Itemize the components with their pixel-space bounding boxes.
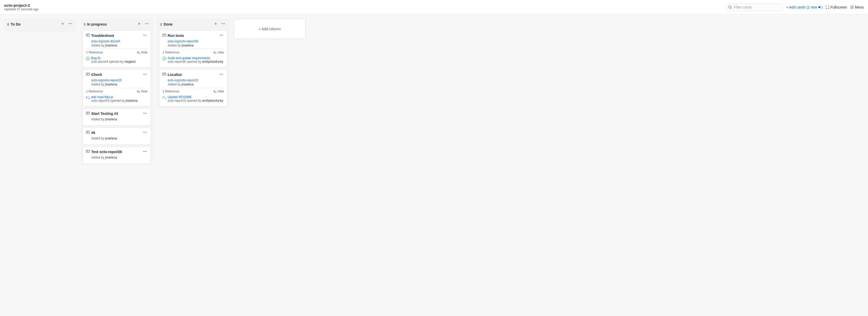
ref-item-title[interactable]: Bug fix [91, 56, 148, 60]
card-added-user: jmarlena [105, 44, 117, 47]
card-link[interactable]: octo-org/octo-repo#36 [168, 39, 224, 43]
add-cards-button[interactable]: + Add cards (1 new) [786, 5, 823, 9]
more-icon[interactable] [143, 111, 147, 116]
hide-button[interactable]: Hide [214, 90, 224, 93]
add-card-icon[interactable] [61, 22, 65, 26]
header-right: + Add cards (1 new) Fullscreen Menu [726, 4, 864, 11]
more-icon[interactable] [221, 22, 225, 26]
ref-item-title[interactable]: Update README [168, 95, 224, 99]
ref-item-icon [86, 96, 90, 100]
card-title: Check [91, 72, 142, 77]
card-title: Test octo-repo#26 [91, 150, 142, 155]
ref-item: Bug fix octo-docs#4 opened by megbird [86, 55, 148, 65]
more-icon[interactable] [143, 33, 147, 37]
filter-input[interactable] [726, 4, 783, 11]
fullscreen-button[interactable]: Fullscreen [826, 5, 847, 9]
menu-label: Menu [855, 5, 864, 9]
updated-text: Updated 37 seconds ago [4, 7, 38, 11]
menu-icon [850, 5, 854, 9]
card-more-button[interactable] [142, 130, 148, 135]
hide-button[interactable]: Hide [137, 51, 148, 54]
card-added: Added by jmarlena [168, 83, 224, 86]
reference-count: 1 Reference [86, 51, 103, 54]
card-added: Added by jmarlena [91, 136, 148, 140]
column-in-progress: 5 In progress Troubleshoot octo-org/octo… [81, 19, 153, 166]
card-title-row: Start Testing #3 [86, 111, 142, 117]
column-more-button[interactable] [220, 21, 226, 27]
add-card-icon[interactable] [137, 22, 141, 26]
card-header: Localize [162, 72, 224, 77]
hide-icon [137, 90, 140, 93]
open-issue-icon [86, 57, 90, 60]
add-card-icon[interactable] [214, 22, 218, 26]
more-icon[interactable] [143, 130, 147, 134]
card-added-user: jmarlena [105, 136, 117, 140]
card-header: Test octo-repo#26 [86, 150, 148, 155]
card-c3: Start Testing #3 Added by jmarlena [83, 108, 151, 125]
more-icon[interactable] [143, 150, 147, 154]
card-more-button[interactable] [142, 150, 148, 155]
card-added: Added by jmarlena [91, 83, 148, 86]
card-link[interactable]: octo-org/octo-repo#25 [91, 78, 148, 82]
add-card-button[interactable] [213, 22, 219, 27]
header-left: octo-project-2 Updated 37 seconds ago [4, 3, 38, 11]
card-link[interactable]: octo-org/octo-docs#4 [91, 39, 148, 43]
card-header: Start Testing #3 [86, 111, 148, 117]
card-title: Start Testing #3 [91, 111, 142, 117]
column-header: 0 To Do [4, 19, 76, 29]
card-title-row: Check [86, 72, 142, 77]
card-title-row: Localize [162, 72, 219, 77]
column-body [4, 29, 76, 33]
column-more-button[interactable] [67, 21, 73, 27]
ref-item-title[interactable]: Audit and update requirements [168, 56, 224, 60]
note-icon [86, 72, 90, 76]
more-icon[interactable] [219, 72, 223, 76]
search-icon [728, 5, 732, 9]
add-card-button[interactable] [136, 22, 142, 27]
card-more-button[interactable] [142, 33, 148, 38]
more-icon[interactable] [219, 33, 223, 37]
column-header: 5 In progress [81, 19, 153, 29]
reference-count: 1 Reference [162, 51, 179, 54]
header: octo-project-2 Updated 37 seconds ago + … [0, 0, 868, 14]
card-type-icon [86, 130, 90, 135]
card-type-icon [162, 33, 166, 38]
card-more-button[interactable] [219, 33, 224, 38]
card-title-row: Troubleshoot [86, 33, 142, 38]
hide-button[interactable]: Hide [214, 51, 224, 54]
card-more-button[interactable] [219, 72, 224, 77]
column-body: Troubleshoot octo-org/octo-docs#4 Added … [81, 29, 153, 166]
ref-item-sub: octo-repo#25 opened by jmarlena [91, 99, 148, 102]
card-type-icon [162, 72, 166, 77]
add-column-button[interactable]: + Add column [234, 19, 306, 39]
card-more-button[interactable] [142, 72, 148, 77]
reference-bar: 1 Reference Hide [162, 49, 224, 55]
card-added-user: jmarlena [105, 118, 117, 121]
more-icon[interactable] [143, 72, 147, 76]
note-icon [86, 111, 90, 115]
fullscreen-label: Fullscreen [830, 5, 847, 9]
note-icon [162, 33, 166, 37]
more-icon[interactable] [68, 22, 72, 26]
ref-item-user: jmarlena [126, 99, 137, 102]
ref-item-title[interactable]: add read-files.js [91, 95, 148, 99]
ref-item-sub: octo-repo#36 opened by emilyistoofunky [168, 60, 224, 64]
ref-item: Audit and update requirements octo-repo#… [162, 55, 224, 65]
ref-item-icon [162, 57, 166, 61]
pr-icon [162, 96, 166, 99]
more-icon[interactable] [145, 22, 149, 26]
card-header: Check [86, 72, 148, 77]
card-more-button[interactable] [142, 111, 148, 117]
fullscreen-icon [826, 5, 829, 9]
card-c4: #6 Added by jmarlena [83, 128, 151, 145]
hide-button[interactable]: Hide [137, 90, 148, 93]
card-type-icon [86, 72, 90, 77]
column-more-button[interactable] [144, 21, 150, 27]
reference-bar: 1 Reference Hide [162, 88, 224, 94]
menu-button[interactable]: Menu [850, 5, 864, 9]
column-actions [60, 21, 73, 27]
card-added-user: jmarlena [105, 83, 117, 86]
card-title: Localize [168, 72, 219, 77]
add-card-button[interactable] [60, 22, 66, 27]
card-link[interactable]: octo-org/octo-repo#10 [168, 78, 224, 82]
